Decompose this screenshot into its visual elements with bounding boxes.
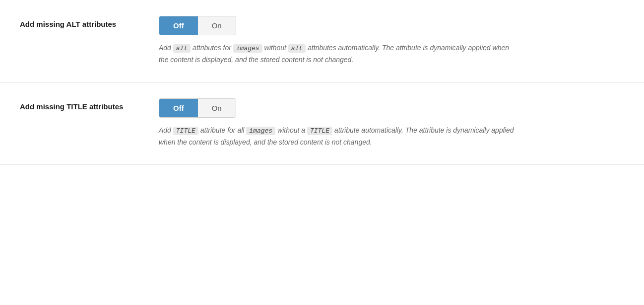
setting-description-alt: Add alt attributes for images without al…: [159, 42, 516, 66]
toggle-off-title[interactable]: Off: [159, 99, 198, 117]
toggle-off-alt[interactable]: Off: [159, 16, 198, 35]
toggle-on-title[interactable]: On: [198, 99, 236, 117]
setting-content-alt: Off On Add alt attributes for images wit…: [159, 16, 624, 66]
setting-content-title: Off On Add TITLE attribute for all image…: [159, 98, 624, 149]
settings-container: Add missing ALT attributes Off On Add al…: [0, 0, 644, 165]
setting-label-title: Add missing TITLE attributes: [20, 98, 129, 112]
setting-row-alt: Add missing ALT attributes Off On Add al…: [0, 0, 644, 82]
code-alt-1: alt: [173, 44, 191, 53]
code-images-2: images: [246, 127, 275, 135]
code-alt-2: alt: [288, 44, 306, 53]
setting-description-title: Add TITLE attribute for all images witho…: [159, 125, 516, 149]
code-title-1: TITLE: [173, 127, 198, 135]
toggle-group-alt: Off On: [159, 16, 236, 35]
code-images-1: images: [233, 44, 262, 53]
toggle-on-alt[interactable]: On: [198, 16, 236, 35]
setting-row-title: Add missing TITLE attributes Off On Add …: [0, 82, 644, 165]
setting-label-alt: Add missing ALT attributes: [20, 16, 129, 29]
code-title-2: TITLE: [307, 127, 332, 135]
toggle-group-title: Off On: [159, 98, 236, 118]
